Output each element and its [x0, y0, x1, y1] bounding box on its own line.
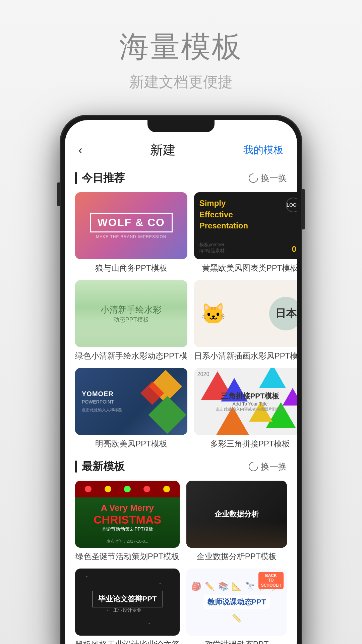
- template-analysis-name: 企业数据分析PPT模板: [186, 551, 287, 562]
- nav-bar: ‹ 新建 我的模板: [65, 133, 297, 164]
- pres-text: Simply Effective Presentation: [199, 198, 297, 231]
- pres-num: 01: [292, 245, 297, 254]
- teacher-title: 教师说课动态PPT: [203, 595, 270, 609]
- template-graduation-name: 黑板风格工业设计毕业论文答: [75, 639, 180, 644]
- latest-section: 最新模板 换一换: [65, 459, 297, 644]
- latest-section-title: 最新模板: [75, 459, 125, 474]
- template-yomoer-thumb: YOMOER POWERPOINT 点击此处输入人和标题: [75, 368, 187, 435]
- xmas-ball-2: [105, 486, 111, 492]
- xmas-ball-4: [143, 486, 150, 492]
- template-triangle-thumb: 2020 三角拼接PPT模板 Add To Your Title 点击此处输入内…: [194, 368, 297, 435]
- today-refresh-label: 换一换: [261, 172, 287, 184]
- today-template-grid: WOLF & CO MAKE THE BRAND IMPRESSION 狼与山商…: [75, 192, 287, 449]
- my-templates-button[interactable]: 我的模板: [243, 143, 284, 157]
- template-triangle[interactable]: 2020 三角拼接PPT模板 Add To Your Title 点击此处输入内…: [194, 368, 297, 449]
- template-presentation-name: 黄黑欧美风图表类PPT模板: [194, 263, 297, 273]
- xmas-footer: 发布时间：2017-10-0...: [107, 539, 148, 544]
- nav-title: 新建: [150, 142, 176, 159]
- today-section-title: 今日推荐: [75, 171, 125, 185]
- grad-sub: 工业设计专业: [113, 607, 141, 613]
- triangle-num: 2020: [197, 371, 209, 377]
- template-teacher[interactable]: 🎒 ✏️ 📚 📐 🔭 🎓 🖊️ 📏 BACKTOSCHOOL!!: [186, 569, 287, 644]
- back-to-school-badge: BACKTOSCHOOL!!: [258, 572, 284, 589]
- template-japan-thumb: 🐱 日本 JAPAN: [194, 280, 297, 347]
- xmas-ball-3: [124, 486, 131, 492]
- template-wolf[interactable]: WOLF & CO MAKE THE BRAND IMPRESSION 狼与山商…: [75, 192, 187, 273]
- back-button[interactable]: ‹: [78, 143, 82, 157]
- template-teacher-name: 教学讲课动态PPT: [186, 639, 287, 644]
- today-section-header: 今日推荐 换一换: [75, 171, 287, 185]
- template-graduation-thumb: ★ ★ ★ ★ ★ 毕业论文答辩PPT 工业设计专业: [75, 569, 180, 636]
- template-teacher-thumb: 🎒 ✏️ 📚 📐 🔭 🎓 🖊️ 📏 BACKTOSCHOOL!!: [186, 569, 287, 636]
- template-triangle-name: 多彩三角拼接PPT模板: [194, 438, 297, 449]
- template-analysis[interactable]: 企业数据分析 企业数据分析PPT模板: [186, 481, 287, 562]
- analysis-title: 企业数据分析: [211, 506, 262, 523]
- template-yomoer[interactable]: YOMOER POWERPOINT 点击此处输入人和标题 明亮欧美风PPT模板: [75, 368, 187, 449]
- template-christmas-name: 绿色圣诞节活动策划PPT模板: [75, 551, 180, 562]
- xmas-ball-1: [85, 486, 92, 492]
- grad-title: 毕业论文答辩PPT: [92, 591, 163, 607]
- wolf-subtitle: MAKE THE BRAND IMPRESSION: [96, 234, 166, 239]
- latest-section-header: 最新模板 换一换: [75, 459, 287, 474]
- xmas-subtitle: 圣诞节活动策划PPT模板: [102, 526, 153, 532]
- page-title: 海量模板: [119, 27, 243, 67]
- template-wolf-name: 狼与山商务PPT模板: [75, 263, 187, 273]
- tri-purple: [283, 388, 297, 406]
- phone-shell: ‹ 新建 我的模板 今日推荐 换一换: [60, 115, 302, 644]
- template-yomoer-name: 明亮欧美风PPT模板: [75, 438, 187, 449]
- triangle-title: 三角拼接PPT模板: [221, 391, 280, 401]
- yomoer-title: YOMOER: [82, 390, 181, 398]
- latest-refresh-label: 换一换: [261, 461, 287, 473]
- latest-template-grid: A Very Merry CHRISTMAS 圣诞节活动策划PPT模板 发布时间…: [75, 481, 287, 644]
- latest-refresh-icon: [247, 460, 260, 473]
- phone-screen: ‹ 新建 我的模板 今日推荐 换一换: [65, 120, 297, 644]
- page-subtitle: 新建文档更便捷: [119, 72, 243, 92]
- template-japan[interactable]: 🐱 日本 JAPAN 日系小清新插画水彩风PPT模板: [194, 280, 297, 361]
- template-japan-name: 日系小清新插画水彩风PPT模板: [194, 351, 297, 361]
- today-refresh-button[interactable]: 换一换: [249, 172, 287, 184]
- template-graduation[interactable]: ★ ★ ★ ★ ★ 毕业论文答辩PPT 工业设计专业 黑板风格工业设计毕业论文答: [75, 569, 180, 644]
- page-header: 海量模板 新建文档更便捷: [119, 0, 243, 105]
- refresh-icon: [247, 171, 260, 185]
- triangle-sub: Add To Your Title: [233, 401, 268, 407]
- template-watercolor[interactable]: 小清新手绘水彩 动态PPT模板 绿色小清新手绘水彩动态PPT模: [75, 280, 187, 361]
- pres-footer: 模板yomoerppt精品素材: [199, 242, 225, 254]
- analysis-overlay: 企业数据分析: [186, 481, 287, 548]
- xmas-decor-top: [75, 481, 180, 497]
- yomoer-sub: POWERPOINT: [82, 399, 181, 405]
- japan-text: JAPAN: [296, 285, 297, 298]
- wolf-title: WOLF & CO: [90, 213, 173, 232]
- template-presentation[interactable]: Simply Effective Presentation LOGO 01 模板…: [194, 192, 297, 273]
- xmas-ball-5: [163, 486, 170, 492]
- latest-refresh-button[interactable]: 换一换: [249, 461, 287, 473]
- template-presentation-thumb: Simply Effective Presentation LOGO 01 模板…: [194, 192, 297, 259]
- template-watercolor-name: 绿色小清新手绘水彩动态PPT模: [75, 351, 187, 361]
- yomoer-desc: 点击此处输入人和标题: [82, 407, 181, 413]
- japan-circle: 日本: [269, 297, 297, 330]
- template-wolf-thumb: WOLF & CO MAKE THE BRAND IMPRESSION: [75, 192, 187, 259]
- watercolor-text: 小清新手绘水彩: [101, 304, 162, 316]
- template-watercolor-thumb: 小清新手绘水彩 动态PPT模板: [75, 280, 187, 347]
- template-christmas[interactable]: A Very Merry CHRISTMAS 圣诞节活动策划PPT模板 发布时间…: [75, 481, 180, 562]
- japan-cat: 🐱: [201, 302, 226, 326]
- app-content: ‹ 新建 我的模板 今日推荐 换一换: [65, 120, 297, 644]
- japan-kanji: 日本: [275, 306, 297, 321]
- watercolor-sub: 动态PPT模板: [113, 316, 149, 324]
- tree-decor: [75, 320, 187, 347]
- phone-notch: [147, 120, 215, 132]
- template-analysis-thumb: 企业数据分析: [186, 481, 287, 548]
- phone-wrapper: ‹ 新建 我的模板 今日推荐 换一换: [60, 115, 302, 644]
- template-christmas-thumb: A Very Merry CHRISTMAS 圣诞节活动策划PPT模板 发布时间…: [75, 481, 180, 548]
- xmas-title: A Very Merry CHRISTMAS: [94, 503, 161, 526]
- triangle-desc: 点击此处输入内容或者拖拽图片到此处: [216, 407, 284, 412]
- today-section: 今日推荐 换一换 WOLF & CO MAKE THE BRAND IMPRES…: [65, 171, 297, 449]
- tri-cyan: [259, 368, 286, 388]
